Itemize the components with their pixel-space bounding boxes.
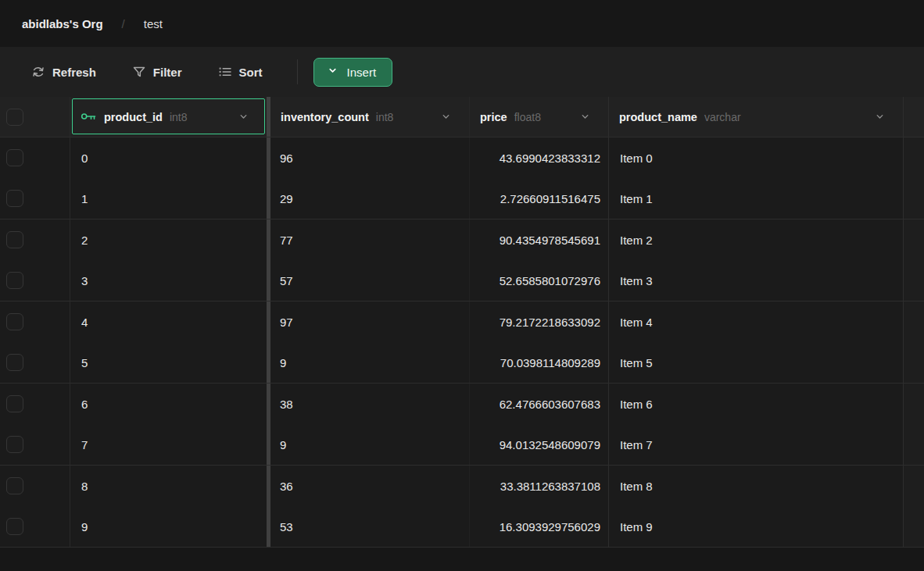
insert-button[interactable]: Insert: [313, 58, 393, 87]
cell-inventory-count[interactable]: 96: [270, 137, 469, 179]
cell-product-id[interactable]: 0: [70, 137, 267, 179]
cell-product-id[interactable]: 7: [70, 425, 267, 466]
cell-inventory-count[interactable]: 29: [270, 179, 469, 219]
cell-price[interactable]: 33.3811263837108: [469, 466, 608, 507]
cell-value: 9: [280, 356, 286, 369]
cell-product-name[interactable]: Item 2: [608, 219, 903, 261]
cell-value: 77: [280, 234, 293, 247]
cell-product-name[interactable]: Item 0: [608, 137, 903, 179]
cell-inventory-count[interactable]: 9: [270, 425, 469, 466]
cell-value: 62.4766603607683: [500, 398, 600, 411]
row-checkbox[interactable]: [6, 313, 23, 330]
cell-price[interactable]: 94.0132548609079: [469, 425, 608, 466]
grid-body: 0 96 43.6990423833312 Item 0 1 29 2.7266…: [0, 137, 924, 548]
column-header-product-name[interactable]: product_name varchar: [608, 97, 903, 137]
row-checkbox[interactable]: [6, 518, 23, 535]
table-row: 6 38 62.4766603607683 Item 6: [0, 384, 924, 425]
row-checkbox[interactable]: [6, 272, 23, 289]
cell-product-id[interactable]: 5: [70, 343, 267, 384]
column-header-product-id[interactable]: product_id int8: [70, 97, 267, 137]
sort-icon: [218, 65, 232, 79]
column-menu-chevron-icon[interactable]: [579, 111, 591, 123]
sort-label: Sort: [239, 66, 263, 79]
cell-inventory-count[interactable]: 53: [270, 507, 469, 548]
cell-inventory-count[interactable]: 97: [270, 302, 469, 343]
column-menu-chevron-icon[interactable]: [440, 111, 452, 123]
table-row: 8 36 33.3811263837108 Item 8: [0, 466, 924, 507]
column-name: price: [480, 111, 507, 123]
table-row: 3 57 52.6585801072976 Item 3: [0, 261, 924, 302]
cell-product-id[interactable]: 3: [70, 261, 267, 302]
cell-price[interactable]: 16.3093929756029: [469, 507, 608, 548]
cell-product-name[interactable]: Item 3: [608, 261, 903, 302]
row-checkbox[interactable]: [6, 149, 23, 166]
cell-value: 38: [280, 398, 293, 411]
grid-footer: [0, 548, 924, 571]
cell-product-name[interactable]: Item 4: [608, 302, 903, 343]
refresh-button[interactable]: Refresh: [31, 60, 96, 84]
cell-product-id[interactable]: 9: [70, 507, 267, 548]
breadcrumb-org[interactable]: abidlabs's Org: [22, 17, 103, 30]
row-checkbox[interactable]: [6, 190, 23, 207]
row-checkbox[interactable]: [6, 231, 23, 248]
cell-value: 16.3093929756029: [500, 520, 600, 534]
cell-inventory-count[interactable]: 77: [270, 219, 469, 261]
cell-value: 9: [280, 438, 286, 451]
cell-product-id[interactable]: 6: [70, 384, 267, 425]
cell-product-name[interactable]: Item 1: [608, 179, 903, 219]
row-select-cell: [0, 219, 70, 261]
table-row: 7 9 94.0132548609079 Item 7: [0, 425, 924, 466]
breadcrumb-page[interactable]: test: [144, 17, 163, 30]
cell-value: Item 9: [620, 520, 653, 534]
cell-value: 33.3811263837108: [500, 480, 600, 493]
cell-price[interactable]: 62.4766603607683: [469, 384, 608, 425]
column-header-inventory-count[interactable]: inventory_count int8: [270, 97, 469, 137]
cell-product-name[interactable]: Item 6: [608, 384, 903, 425]
column-menu-chevron-icon[interactable]: [874, 111, 886, 123]
row-select-cell: [0, 302, 70, 343]
column-header-price[interactable]: price float8: [469, 97, 608, 137]
table-row: 4 97 79.2172218633092 Item 4: [0, 302, 924, 343]
cell-inventory-count[interactable]: 36: [270, 466, 469, 507]
cell-value: 5: [81, 356, 88, 369]
cell-product-id[interactable]: 1: [70, 179, 267, 219]
cell-price[interactable]: 43.6990423833312: [469, 137, 608, 179]
cell-value: 6: [81, 398, 88, 411]
row-select-cell: [0, 137, 70, 179]
grid-empty-strip: [903, 302, 924, 343]
row-checkbox[interactable]: [6, 395, 23, 412]
cell-value: 79.2172218633092: [500, 316, 600, 329]
select-all-checkbox[interactable]: [6, 109, 23, 126]
cell-price[interactable]: 90.4354978545691: [469, 219, 608, 261]
cell-value: 7: [81, 438, 88, 451]
cell-value: 9: [81, 520, 88, 534]
cell-product-name[interactable]: Item 9: [608, 507, 903, 548]
cell-price[interactable]: 2.72660911516475: [469, 179, 608, 219]
cell-value: 52.6585801072976: [500, 274, 600, 287]
grid-empty-strip: [903, 97, 924, 137]
column-menu-chevron-icon[interactable]: [238, 111, 249, 123]
cell-product-name[interactable]: Item 5: [608, 343, 903, 384]
cell-price[interactable]: 79.2172218633092: [469, 302, 608, 343]
cell-inventory-count[interactable]: 9: [270, 343, 469, 384]
cell-product-name[interactable]: Item 8: [608, 466, 903, 507]
cell-value: Item 4: [620, 316, 653, 329]
row-select-cell: [0, 343, 70, 384]
cell-price[interactable]: 70.0398114809289: [469, 343, 608, 384]
cell-product-id[interactable]: 8: [70, 466, 267, 507]
column-type: float8: [514, 111, 541, 123]
row-checkbox[interactable]: [6, 354, 23, 371]
sort-button[interactable]: Sort: [218, 60, 263, 84]
cell-price[interactable]: 52.6585801072976: [469, 261, 608, 302]
cell-product-name[interactable]: Item 7: [608, 425, 903, 466]
cell-inventory-count[interactable]: 38: [270, 384, 469, 425]
cell-product-id[interactable]: 2: [70, 219, 267, 261]
filter-button[interactable]: Filter: [132, 60, 182, 84]
cell-product-id[interactable]: 4: [70, 302, 267, 343]
row-select-cell: [0, 507, 70, 548]
primary-key-icon: [81, 112, 97, 122]
row-checkbox[interactable]: [6, 436, 23, 453]
cell-value: Item 7: [620, 438, 653, 451]
cell-inventory-count[interactable]: 57: [270, 261, 469, 302]
row-checkbox[interactable]: [6, 477, 23, 494]
